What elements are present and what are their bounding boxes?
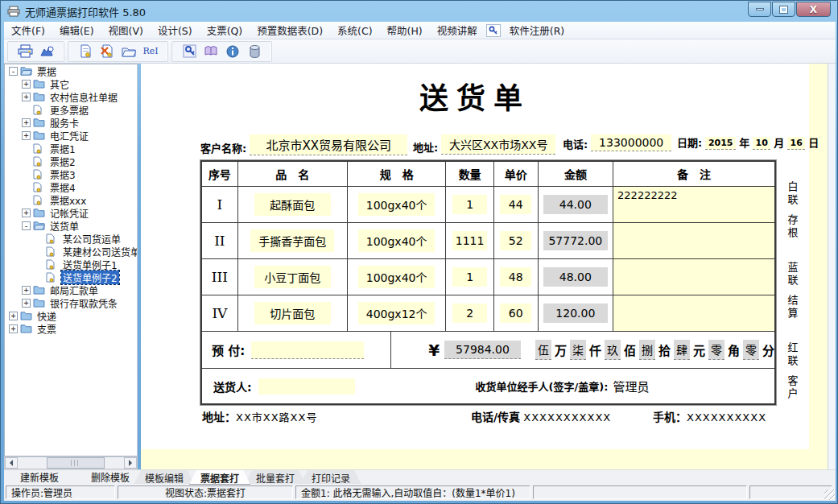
collapse-expander-icon[interactable]: - [9, 67, 18, 76]
scroll-left-arrow-icon[interactable] [5, 457, 18, 469]
scroll-right-arrow-icon[interactable] [124, 457, 137, 469]
amount-unit: 分 [762, 341, 774, 358]
print-preview-button[interactable] [37, 42, 56, 61]
qty-input[interactable]: 2 [452, 304, 486, 323]
tree-item-gengduopiaoju[interactable]: 更多票据 [5, 103, 137, 116]
resize-grip[interactable] [824, 490, 835, 500]
about-button[interactable] [223, 42, 242, 61]
delete-template-text-button[interactable]: 删除模板 [86, 470, 134, 484]
tab-batch-print[interactable]: 批量套打 [245, 470, 306, 485]
collapse-expander-icon[interactable]: - [22, 221, 31, 230]
tab-ticket-print[interactable]: 票据套打 [189, 470, 250, 485]
note-input[interactable]: 222222222 [613, 187, 774, 222]
tree-item-fuwuka[interactable]: +服务卡 [5, 116, 137, 129]
menu-file[interactable]: 文件(F) [4, 21, 52, 39]
note-input[interactable] [613, 295, 774, 331]
expand-expander-icon[interactable]: + [22, 299, 31, 308]
video-help-button[interactable] [201, 42, 221, 61]
prepay-input[interactable] [251, 341, 364, 359]
delete-template-button[interactable] [97, 42, 117, 61]
new-template-text-button[interactable]: 建新模板 [15, 470, 64, 484]
qty-input[interactable]: 1 [452, 195, 486, 214]
menu-design[interactable]: 设计(S) [151, 21, 200, 39]
name-input[interactable]: 切片面包 [254, 302, 331, 324]
name-input[interactable]: 手撕香芋面包 [250, 229, 334, 252]
qty-input[interactable]: 1111 [452, 231, 486, 250]
tree-item-jizhang[interactable]: +记帐凭证 [5, 206, 137, 219]
expand-expander-icon[interactable]: + [9, 312, 18, 320]
price-input[interactable]: 52 [500, 231, 531, 250]
menu-view[interactable]: 视图(V) [101, 21, 151, 39]
customer-label: 客户名称: [200, 140, 246, 155]
tree-item-nongcun[interactable]: +农村信息社单据 [5, 90, 137, 103]
vertical-scrollbar[interactable] [828, 64, 836, 469]
spec-input[interactable]: 100gx40个 [358, 193, 436, 216]
open-template-button[interactable] [119, 42, 138, 61]
maximize-button[interactable] [772, 2, 795, 17]
expand-expander-icon[interactable]: + [22, 80, 31, 89]
deliverer-input[interactable] [258, 378, 355, 395]
tree-item-songhuodan[interactable]: -送货单 [5, 219, 137, 232]
menu-system[interactable]: 系统(C) [330, 21, 379, 39]
tree-item-qita[interactable]: +其它 [5, 77, 137, 90]
address-input[interactable]: 大兴区XX市场XX号 [441, 134, 555, 155]
tree-item-piaojuxxx[interactable]: 票据xxx [5, 193, 137, 206]
tree-item-zhipiao[interactable]: +支票 [5, 322, 137, 335]
database-button[interactable] [245, 42, 264, 61]
spec-input[interactable]: 100gx40个 [358, 266, 436, 288]
name-input[interactable]: 起酥面包 [254, 193, 331, 216]
tree-item-lizi1[interactable]: 送货单例子1 [5, 258, 137, 271]
tree-item-youju[interactable]: +邮局汇款单 [5, 283, 137, 296]
tree-item-huoyundan[interactable]: 某公司货运单 [5, 232, 137, 245]
day-input[interactable]: 16 [787, 137, 805, 150]
tree-item-jiancai[interactable]: 某建材公司送货单 [5, 245, 137, 258]
note-input[interactable] [613, 259, 774, 295]
tree-horizontal-scrollbar[interactable] [4, 456, 138, 469]
menu-edit[interactable]: 编辑(E) [52, 21, 101, 39]
tree-item-piaoju3[interactable]: 票据3 [5, 167, 137, 180]
expand-expander-icon[interactable]: + [22, 118, 31, 127]
app-window: 无师通票据打印软件 5.80 X 文件(F) 编辑(E) 视图(V) 设计(S)… [0, 0, 838, 504]
tree-item-dianhui[interactable]: +电汇凭证 [5, 129, 137, 142]
tree-item-lizi2-selected[interactable]: 送货单例子2 [5, 271, 137, 283]
customer-input[interactable]: 北京市XX贸易有限公司 [250, 134, 407, 155]
note-input[interactable] [613, 223, 774, 258]
expand-expander-icon[interactable]: + [22, 93, 31, 101]
expand-expander-icon[interactable]: + [22, 131, 31, 140]
tree-item-yinhang[interactable]: +银行存取款凭条 [5, 296, 137, 309]
minimize-button[interactable] [748, 2, 771, 17]
name-input[interactable]: 小豆丁面包 [254, 266, 331, 288]
print-button[interactable] [15, 42, 35, 61]
register-button[interactable] [180, 42, 199, 61]
month-input[interactable]: 10 [753, 137, 770, 150]
menu-preset-tables[interactable]: 预置数据表(D) [250, 21, 330, 39]
spec-input[interactable]: 400gx12个 [358, 302, 436, 324]
scrollbar-thumb[interactable] [47, 457, 105, 469]
close-button[interactable]: X [796, 2, 831, 17]
expand-expander-icon[interactable]: + [9, 324, 18, 333]
menu-cheque[interactable]: 支票(Q) [200, 21, 250, 39]
menu-help[interactable]: 帮助(H) [380, 21, 430, 39]
rename-template-button[interactable]: ReI [141, 42, 160, 61]
tree-item-piaoju1[interactable]: 票据1 [5, 142, 137, 155]
phone-input[interactable]: 133000000 [591, 134, 671, 151]
price-input[interactable]: 60 [500, 304, 531, 323]
price-input[interactable]: 44 [500, 195, 531, 214]
tab-template-edit[interactable]: 模板编辑 [134, 470, 195, 485]
price-input[interactable]: 48 [500, 267, 531, 287]
tab-print-history[interactable]: 打印记录 [300, 470, 361, 485]
new-template-button[interactable] [76, 42, 95, 61]
qty-input[interactable]: 1 [452, 267, 486, 287]
menu-register[interactable]: 软件注册(R) [502, 21, 572, 39]
expand-expander-icon[interactable]: + [22, 209, 31, 217]
tree-item-kuaidi[interactable]: +快递 [5, 309, 137, 322]
expand-expander-icon[interactable]: + [22, 286, 31, 295]
tree-item-piaoju2[interactable]: 票据2 [5, 155, 137, 167]
year-input[interactable]: 2015 [705, 137, 736, 150]
spec-input[interactable]: 100gx40个 [358, 229, 436, 252]
tree-item-piaoju4[interactable]: 票据4 [5, 180, 137, 193]
menu-video-tutorial[interactable]: 视频讲解 [430, 21, 485, 39]
scrollbar-track[interactable] [18, 457, 124, 469]
footer-address-label: 地址： [202, 411, 236, 423]
tree-item-piaoju[interactable]: -票据 [5, 64, 137, 77]
